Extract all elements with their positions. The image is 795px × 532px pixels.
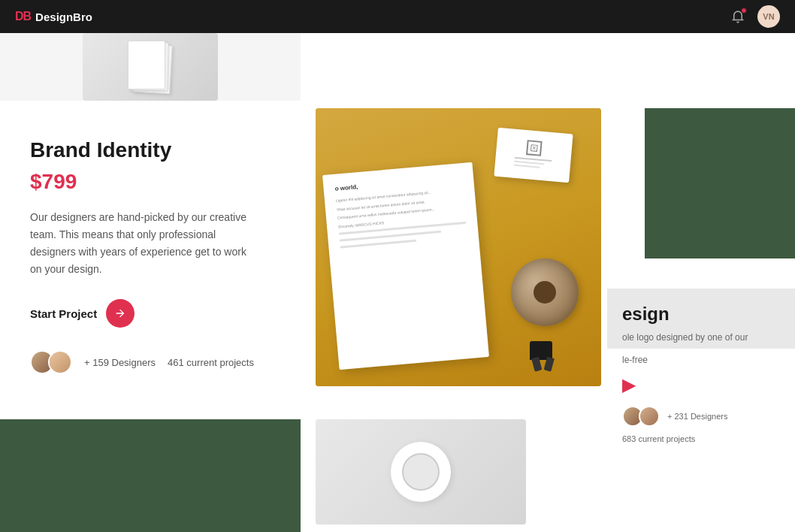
- designers-row: + 159 Designers 461 current projects: [30, 350, 286, 374]
- circle-logo-mock: [391, 442, 451, 502]
- lh-divider-3: [340, 240, 416, 249]
- right-panel-price: ▶: [622, 376, 780, 395]
- top-card-image: [83, 33, 218, 101]
- business-card: [494, 128, 573, 183]
- second-image-content: [316, 419, 526, 524]
- right-panel-content: esign ole logo designed by one of our le…: [607, 289, 795, 458]
- start-project-label: Start Project: [30, 307, 97, 320]
- brand-identity-section: Brand Identity $799 Our designers are ha…: [0, 116, 316, 397]
- brand-image-content: o world, Ligetur elit adipiscing sit ame…: [316, 108, 601, 386]
- bc-logo: [526, 140, 543, 156]
- binder-clip: [530, 341, 556, 371]
- brand-description: Our designers are hand-picked by our cre…: [30, 209, 255, 278]
- arrow-circle: [106, 299, 135, 328]
- bc-lines: [513, 157, 552, 171]
- logo-text: DesignBro: [35, 11, 92, 23]
- circle-inner: [402, 453, 440, 491]
- designer-avatars: [30, 350, 72, 374]
- top-card: [0, 33, 301, 101]
- bc-logo-icon: [530, 144, 538, 153]
- right-panel-title: esign: [622, 304, 780, 325]
- paper-stack: [128, 41, 173, 93]
- start-project-button[interactable]: Start Project: [30, 299, 286, 328]
- right-panel-designers: + 231 Designers 683 current projects: [622, 406, 780, 443]
- right-designers-count: + 231 Designers: [667, 412, 727, 421]
- right-panel-desc-2: le-free: [622, 353, 780, 367]
- designers-count: + 159 Designers: [84, 357, 156, 368]
- paper-layer-3: [128, 41, 165, 89]
- arrow-right-icon: [114, 307, 126, 319]
- right-section-top: [645, 108, 795, 258]
- header: DB DesignBro VN: [0, 0, 795, 33]
- logo-icon: DB: [15, 10, 31, 23]
- logo: DB DesignBro: [15, 10, 92, 23]
- brand-price: $799: [30, 170, 286, 194]
- right-projects-count: 683 current projects: [622, 434, 695, 443]
- designer-avatar-2: [48, 350, 72, 374]
- notification-dot: [741, 8, 747, 14]
- bottom-left-green: [0, 419, 301, 532]
- brand-title: Brand Identity: [30, 138, 286, 162]
- second-product-image: [316, 419, 526, 524]
- tape-roll: [511, 258, 579, 326]
- projects-count: 461 current projects: [168, 357, 254, 368]
- right-avatar-2: [639, 406, 660, 427]
- page-content: Brand Identity $799 Our designers are ha…: [0, 33, 795, 532]
- tape-inner: [534, 281, 556, 304]
- letterhead-paper: o world, Ligetur elit adipiscing sit ame…: [322, 162, 489, 370]
- brand-identity-image: o world, Ligetur elit adipiscing sit ame…: [316, 108, 601, 386]
- right-designer-avatars: [622, 406, 660, 427]
- right-panel-desc-1: ole logo designed by one of our: [622, 331, 780, 344]
- header-right: VN: [727, 5, 780, 28]
- user-avatar[interactable]: VN: [757, 5, 780, 28]
- notification-button[interactable]: [727, 6, 748, 27]
